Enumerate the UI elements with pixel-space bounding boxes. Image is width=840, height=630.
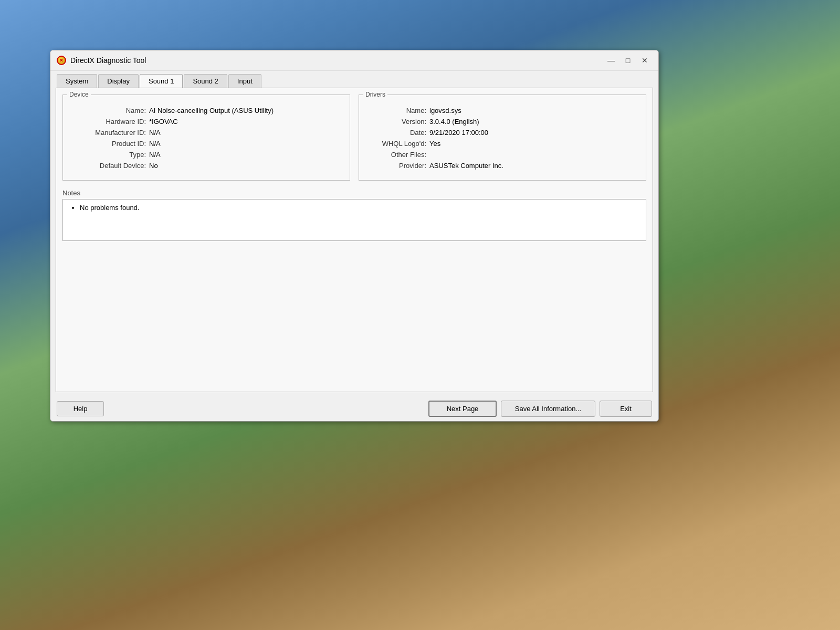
notes-box: No problems found. [62, 199, 646, 241]
driver-version-row: Version: 3.0.4.0 (English) [366, 118, 638, 125]
driver-date-label: Date: [366, 129, 429, 136]
bottom-left: Help [57, 401, 104, 416]
notes-item: No problems found. [80, 204, 639, 212]
content-area: Device Name: AI Noise-cancelling Output … [56, 88, 653, 392]
device-mfrid-label: Manufacturer ID: [70, 129, 149, 136]
driver-name-value: igovsd.sys [429, 107, 461, 114]
sections-row: Device Name: AI Noise-cancelling Output … [62, 94, 646, 181]
driver-provider-row: Provider: ASUSTek Computer Inc. [366, 162, 638, 170]
device-type-row: Type: N/A [70, 151, 342, 159]
bottom-right: Next Page Save All Information... Exit [428, 401, 652, 417]
next-page-button[interactable]: Next Page [428, 401, 497, 417]
tab-display[interactable]: Display [98, 74, 139, 88]
driver-whql-value: Yes [429, 140, 440, 148]
notes-section: Notes No problems found. [62, 189, 646, 241]
close-button[interactable]: ✕ [637, 55, 652, 66]
device-type-value: N/A [149, 151, 161, 159]
tab-sound1[interactable]: Sound 1 [140, 74, 183, 88]
driver-whql-label: WHQL Logo'd: [366, 140, 429, 148]
driver-version-value: 3.0.4.0 (English) [429, 118, 479, 125]
driver-name-label: Name: [366, 107, 429, 114]
device-productid-row: Product ID: N/A [70, 140, 342, 148]
device-mfrid-row: Manufacturer ID: N/A [70, 129, 342, 136]
driver-provider-value: ASUSTek Computer Inc. [429, 162, 503, 170]
driver-whql-row: WHQL Logo'd: Yes [366, 140, 638, 148]
device-default-row: Default Device: No [70, 162, 342, 170]
device-info-table: Name: AI Noise-cancelling Output (ASUS U… [70, 107, 342, 170]
exit-button[interactable]: Exit [600, 401, 652, 417]
app-icon: ✕ [57, 56, 66, 65]
tab-sound2[interactable]: Sound 2 [184, 74, 227, 88]
drivers-info-table: Name: igovsd.sys Version: 3.0.4.0 (Engli… [366, 107, 638, 170]
title-bar: ✕ DirectX Diagnostic Tool — □ ✕ [50, 50, 658, 71]
save-all-button[interactable]: Save All Information... [501, 401, 595, 417]
device-default-value: No [149, 162, 158, 170]
device-name-value: AI Noise-cancelling Output (ASUS Utility… [149, 107, 274, 114]
device-name-label: Name: [70, 107, 149, 114]
driver-provider-label: Provider: [366, 162, 429, 170]
driver-version-label: Version: [366, 118, 429, 125]
driver-other-label: Other Files: [366, 151, 429, 159]
device-section: Device Name: AI Noise-cancelling Output … [62, 94, 350, 181]
window-controls: — □ ✕ [604, 55, 652, 66]
help-button[interactable]: Help [57, 401, 104, 416]
device-mfrid-value: N/A [149, 129, 161, 136]
driver-name-row: Name: igovsd.sys [366, 107, 638, 114]
tab-system[interactable]: System [57, 74, 97, 88]
driver-other-row: Other Files: [366, 151, 638, 159]
device-productid-value: N/A [149, 140, 161, 148]
device-hwid-label: Hardware ID: [70, 118, 149, 125]
main-window: ✕ DirectX Diagnostic Tool — □ ✕ System D… [50, 50, 659, 422]
device-hwid-value: *IGOVAC [149, 118, 178, 125]
title-bar-left: ✕ DirectX Diagnostic Tool [57, 56, 146, 65]
notes-list: No problems found. [69, 204, 639, 212]
device-type-label: Type: [70, 151, 149, 159]
device-hwid-row: Hardware ID: *IGOVAC [70, 118, 342, 125]
tab-input[interactable]: Input [228, 74, 261, 88]
drivers-section: Drivers Name: igovsd.sys Version: 3.0.4.… [359, 94, 646, 181]
minimize-button[interactable]: — [604, 55, 618, 66]
maximize-button[interactable]: □ [621, 55, 635, 66]
device-section-label: Device [67, 91, 91, 98]
bottom-bar: Help Next Page Save All Information... E… [50, 396, 658, 421]
driver-date-value: 9/21/2020 17:00:00 [429, 129, 488, 136]
device-productid-label: Product ID: [70, 140, 149, 148]
drivers-section-label: Drivers [363, 91, 387, 98]
device-name-row: Name: AI Noise-cancelling Output (ASUS U… [70, 107, 342, 114]
device-default-label: Default Device: [70, 162, 149, 170]
notes-label: Notes [62, 189, 646, 197]
window-title: DirectX Diagnostic Tool [70, 56, 146, 65]
tabs-bar: System Display Sound 1 Sound 2 Input [50, 71, 658, 88]
driver-date-row: Date: 9/21/2020 17:00:00 [366, 129, 638, 136]
